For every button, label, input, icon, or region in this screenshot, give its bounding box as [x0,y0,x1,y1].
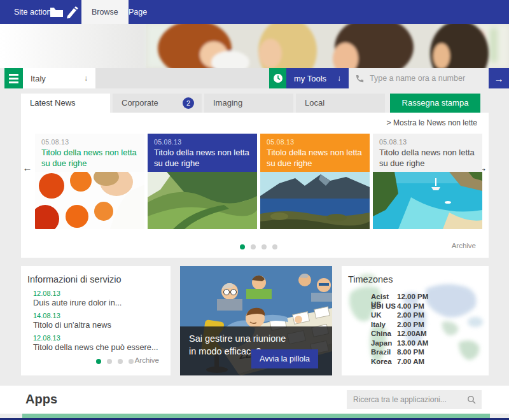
carousel-dot[interactable] [251,244,256,249]
tab-label: Local [305,98,324,108]
timezone-name: Korea [342,358,397,367]
latest-news-panel: > Mostra le News non lette ← → 05.08.13 … [21,113,489,258]
search-icon[interactable] [467,395,476,404]
timezones-list: Acist US12.00 PM BDI US4.00 PM UK2.00 PM… [342,293,489,367]
apps-heading: Apps [25,392,57,407]
timezone-row: BDI US4.00 PM [342,302,489,312]
tab-rassegna-stampa[interactable]: Rassegna stampa [390,94,480,113]
timezone-name: BDI US [342,302,397,312]
chevron-down-icon: ↓ [84,74,88,83]
start-pill-button[interactable]: Avvia la pillola [251,349,318,368]
news-image-lake [260,172,370,229]
tab-latest-news[interactable]: Latest News [21,94,110,114]
info-title: Titolo della news che può essere... [33,342,171,352]
news-title: Titolo della news non letta su due righe [267,148,363,169]
timezone-time: 2.00 PM [397,311,424,321]
info-news-item[interactable]: 14.08.13 Titolo di un'altra news [33,312,171,330]
timezone-time: 4.00 PM [397,302,424,312]
clock-icon [273,73,283,83]
tab-imaging[interactable]: Imaging [204,94,293,113]
banner-photo-illustration [0,24,509,68]
info-archive-link[interactable]: Archive [135,356,159,364]
news-card[interactable]: 05.08.13 Titolo della news non letta su … [35,134,144,229]
info-dot[interactable] [118,359,123,364]
info-dot[interactable] [96,359,101,364]
timezone-row: Acist US12.00 PM [342,293,489,302]
timezone-name: UK [342,311,397,321]
news-date: 05.08.13 [379,138,476,146]
news-date: 05.08.13 [41,138,138,146]
tab-label: Corporate [122,98,158,108]
timezone-row: UK2.00 PM [342,311,489,321]
page-label: Page [129,8,147,17]
my-tools-label: my Tools [294,74,326,83]
news-title: Titolo della news non letta su due righe [379,148,476,169]
menu-hamburger-button[interactable] [4,68,23,88]
timezone-time: 2.00 PM [397,321,424,330]
timezones-panel: Timezones Acist US12.00 PM BDI US4.00 PM… [342,266,489,375]
info-title: Duis aute irure dolor in... [33,298,171,307]
dial-search-input[interactable] [365,74,489,83]
training-pill-panel[interactable]: ZZZ Sai gestire una riunione in modo eff… [180,266,332,375]
news-title: Titolo della news non letta su due righe [41,148,138,169]
timezone-row: Korea7.00 AM [342,358,489,367]
location-value: Italy [31,74,46,83]
panel-title: Timezones [342,266,489,284]
dial-submit-button[interactable]: → [489,68,509,88]
timezone-time: 12.00AM [397,330,427,339]
unread-count-badge: 2 [183,97,194,109]
info-news-item[interactable]: 12.08.13 Titolo della news che può esser… [33,334,171,352]
chevron-down-icon: ↓ [337,74,341,83]
timezone-time: 13.00 AM [397,339,428,349]
news-date: 05.08.13 [267,138,363,146]
dial-search-box [349,68,489,88]
carousel-prev-arrow[interactable]: ← [22,162,32,173]
browse-label: Browse [92,8,118,17]
location-dropdown[interactable]: Italy ↓ [23,68,95,88]
tab-label: Imaging [213,98,242,108]
my-tools-dropdown[interactable]: my Tools ↓ [286,68,349,88]
timezone-row: Japan13.00 AM [342,339,489,349]
timezone-name: Brazil [342,348,397,358]
ribbon-tab-page[interactable]: Page [118,0,157,24]
apps-accent-bar [22,414,490,418]
show-unread-link[interactable]: > Mostra le News non lette [387,118,477,127]
info-dot[interactable] [107,359,112,364]
apps-search-input[interactable] [347,395,467,404]
service-info-panel: Informazioni di servizio 12.08.13 Duis a… [21,266,171,375]
info-dot[interactable] [129,359,134,364]
news-card[interactable]: 05.08.13 Titolo della news non letta su … [373,134,482,229]
timezone-name: China [342,330,397,339]
folder-icon[interactable] [50,6,64,18]
timezone-name: Japan [342,339,397,349]
info-news-item[interactable]: 12.08.13 Duis aute irure dolor in... [33,290,171,307]
ribbon-bar: Site actions Browse Page [0,0,509,24]
news-image-mountains [148,172,257,229]
edit-pencil-icon[interactable] [65,6,79,18]
clock-button[interactable] [269,68,286,88]
info-date: 12.08.13 [33,290,171,297]
news-archive-link[interactable]: Archive [452,242,476,249]
timezone-time: 12.00 PM [397,293,428,302]
news-date: 05.08.13 [154,138,251,146]
news-card[interactable]: 05.08.13 Titolo della news non letta su … [148,134,257,229]
carousel-dot[interactable] [240,244,245,249]
timezone-name: Italy [342,321,397,330]
tab-local[interactable]: Local [296,94,385,113]
banner-image [0,24,509,68]
info-date: 12.08.13 [33,334,171,342]
news-tabs: Latest News Corporate 2 Imaging Local Ra… [0,94,509,113]
utility-nav: Italy ↓ my Tools ↓ → [0,68,509,88]
news-card[interactable]: 05.08.13 Titolo della news non letta su … [260,134,370,229]
carousel-dot[interactable] [272,244,277,249]
pill-question-line1: Sai gestire una riunione [189,333,332,346]
timezone-time: 8.00 PM [397,348,424,358]
info-date: 14.08.13 [33,312,171,319]
apps-search-box [347,390,482,409]
apps-section: Apps [0,386,509,414]
site-actions-label: Site actions [14,8,55,17]
tab-corporate[interactable]: Corporate 2 [113,94,202,113]
site-actions-menu[interactable]: Site actions [14,0,55,24]
carousel-dot[interactable] [261,244,267,249]
news-title: Titolo della news non letta su due righe [154,148,251,169]
